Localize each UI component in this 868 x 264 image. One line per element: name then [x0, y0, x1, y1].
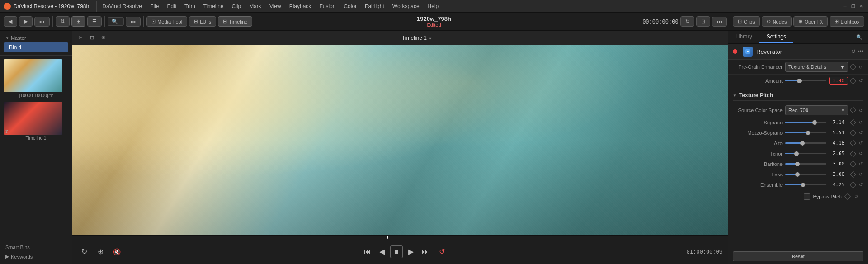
pitch-slider-6[interactable] — [785, 184, 826, 185]
fullscreen-button[interactable]: ⊡ — [696, 16, 710, 27]
source-color-keyframe-button[interactable] — [850, 107, 856, 113]
tab-library[interactable]: Library — [728, 31, 760, 43]
bin-item[interactable]: Bin 4 — [4, 42, 68, 52]
pitch-reset-0[interactable]: ↺ — [858, 119, 863, 126]
pitch-slider-3[interactable] — [785, 153, 826, 154]
menu-fairlight[interactable]: Fairlight — [361, 2, 388, 10]
pregrain-reset-button[interactable]: ↺ — [858, 64, 863, 71]
pitch-value-6[interactable]: 4.25 — [829, 182, 848, 188]
timeline-button[interactable]: ⊟ Timeline — [218, 16, 252, 27]
pregrain-keyframe-button[interactable] — [850, 64, 856, 70]
menu-clip[interactable]: Clip — [228, 2, 245, 10]
lightbox-nav-button[interactable]: ⊞ Lightbox — [830, 16, 864, 27]
pitch-thumb-3[interactable] — [794, 151, 799, 156]
menu-playback[interactable]: Playback — [286, 2, 315, 10]
media-thumb-tif[interactable]: [10000-10000].tif — [4, 59, 68, 98]
pitch-thumb-1[interactable] — [806, 131, 810, 135]
clips-nav-button[interactable]: ⊡ Clips — [733, 16, 760, 27]
pregrain-dropdown[interactable]: Texture & Details ▼ — [785, 62, 848, 72]
pitch-value-4[interactable]: 3.00 — [829, 161, 848, 167]
pitch-slider-1[interactable] — [785, 132, 826, 133]
menu-mark[interactable]: Mark — [245, 2, 265, 10]
more-options-button[interactable]: ••• — [34, 17, 50, 27]
step-back-button[interactable]: ◀ — [376, 245, 388, 258]
pitch-thumb-5[interactable] — [795, 172, 800, 177]
pitch-thumb-0[interactable] — [812, 120, 817, 125]
amount-slider-thumb[interactable] — [797, 79, 802, 83]
openfx-nav-button[interactable]: ⊕ OpenFX — [793, 16, 828, 27]
pitch-reset-5[interactable]: ↺ — [858, 171, 863, 178]
play-button[interactable]: ▶ — [405, 245, 417, 258]
pitch-keyframe-1[interactable] — [850, 129, 856, 136]
effect-reset-button[interactable]: ↺ — [851, 48, 856, 55]
menu-file[interactable]: File — [146, 2, 162, 10]
media-pool-button[interactable]: ⊡ Media Pool — [146, 16, 187, 27]
menu-davinci[interactable]: DaVinci Resolve — [99, 2, 146, 10]
list-view-button[interactable]: ☰ — [87, 16, 102, 27]
pitch-keyframe-0[interactable] — [850, 119, 856, 125]
tab-settings[interactable]: Settings — [760, 31, 793, 43]
extra-options-button[interactable]: ••• — [126, 17, 141, 27]
skip-to-end-button[interactable]: ⏭ — [419, 245, 432, 258]
pitch-value-2[interactable]: 4.18 — [829, 140, 848, 146]
menu-edit[interactable]: Edit — [163, 2, 180, 10]
pitch-value-5[interactable]: 3.00 — [829, 171, 848, 177]
pitch-reset-3[interactable]: ↺ — [858, 150, 863, 157]
pitch-slider-5[interactable] — [785, 174, 826, 175]
skip-to-start-button[interactable]: ⏮ — [361, 245, 374, 258]
cut-button[interactable]: ✂ — [76, 33, 85, 42]
source-color-reset-button[interactable]: ↺ — [858, 107, 863, 114]
menu-fusion[interactable]: Fusion — [316, 2, 339, 10]
amount-slider[interactable] — [785, 80, 826, 81]
minimize-button[interactable]: ─ — [842, 3, 848, 9]
amount-reset-button[interactable]: ↺ — [858, 77, 863, 84]
luts-button[interactable]: ⊞ LUTs — [189, 16, 216, 27]
menu-trim[interactable]: Trim — [181, 2, 199, 10]
pitch-reset-1[interactable]: ↺ — [858, 129, 863, 136]
sync-clips-button[interactable]: ↻ — [680, 16, 694, 27]
pitch-thumb-4[interactable] — [795, 162, 800, 166]
loop-button[interactable]: ↻ — [78, 245, 90, 258]
pitch-slider-4[interactable] — [785, 163, 826, 165]
menu-workspace[interactable]: Workspace — [389, 2, 423, 10]
pitch-slider-0[interactable] — [785, 122, 826, 123]
pitch-keyframe-4[interactable] — [850, 160, 856, 167]
more-toolbar-button[interactable]: ••• — [712, 17, 727, 27]
pitch-keyframe-5[interactable] — [850, 171, 856, 177]
master-header[interactable]: ▼ Master — [4, 33, 68, 42]
pitch-value-3[interactable]: 2.65 — [829, 151, 848, 156]
menu-view[interactable]: View — [266, 2, 285, 10]
pitch-value-0[interactable]: 7.14 — [829, 119, 848, 125]
pitch-reset-2[interactable]: ↺ — [858, 140, 863, 146]
search-panel-button[interactable]: 🔍 — [854, 33, 864, 41]
nodes-nav-button[interactable]: ⊙ Nodes — [762, 16, 792, 27]
grid-view-button[interactable]: ⊞ — [71, 16, 85, 27]
pitch-keyframe-2[interactable] — [850, 140, 856, 146]
marker-button[interactable]: ⊡ — [87, 33, 97, 42]
menu-color[interactable]: Color — [340, 2, 360, 10]
pitch-value-1[interactable]: 5.51 — [829, 130, 848, 136]
zoom-display[interactable]: 🔍 — [108, 17, 124, 26]
sync-button[interactable]: ⇅ — [56, 16, 70, 27]
source-color-space-dropdown[interactable]: Rec. 709 ▼ — [785, 105, 848, 115]
menu-help[interactable]: Help — [424, 2, 443, 10]
effect-more-button[interactable]: ••• — [858, 48, 863, 55]
menu-timeline[interactable]: Timeline — [200, 2, 227, 10]
nav-back-button[interactable]: ◀ — [4, 16, 17, 27]
stop-button[interactable]: ⏹ — [390, 245, 403, 258]
amount-keyframe-button[interactable] — [850, 77, 856, 84]
transform-button[interactable]: ✳ — [99, 33, 108, 42]
pitch-keyframe-3[interactable] — [850, 150, 856, 156]
bypass-keyframe-button[interactable] — [844, 193, 851, 199]
media-thumb-timeline[interactable]: ⏱ Timeline 1 — [4, 102, 68, 141]
keywords-item[interactable]: ▶ Keywords — [4, 252, 68, 261]
pitch-slider-2[interactable] — [785, 142, 826, 144]
bypass-reset-button[interactable]: ↺ — [854, 193, 859, 200]
pitch-reset-4[interactable]: ↺ — [858, 160, 863, 167]
pitch-reset-6[interactable]: ↺ — [858, 181, 863, 188]
scrubber-bar[interactable] — [72, 235, 728, 239]
amount-value[interactable]: 3.40 — [829, 77, 848, 85]
texture-pitch-header[interactable]: ▼ Texture Pitch — [733, 90, 863, 101]
mute-button[interactable]: 🔇 — [110, 245, 123, 258]
reset-all-button[interactable]: Reset — [733, 251, 863, 261]
